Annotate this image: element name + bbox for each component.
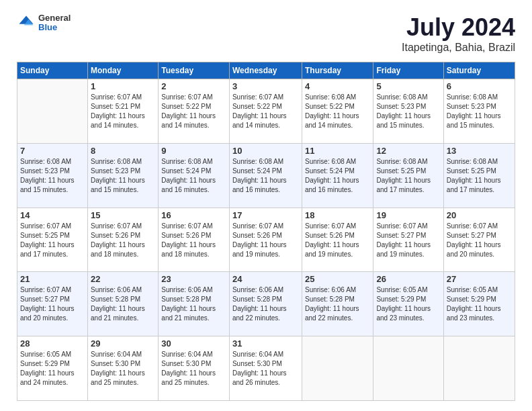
day-info: Sunrise: 6:08 AMSunset: 5:23 PMDaylight:… bbox=[376, 93, 440, 130]
calendar-cell: 2Sunrise: 6:07 AMSunset: 5:22 PMDaylight… bbox=[159, 79, 230, 144]
weekday-header: Friday bbox=[373, 62, 443, 79]
calendar-week: 7Sunrise: 6:08 AMSunset: 5:23 PMDaylight… bbox=[17, 143, 515, 208]
daylight-text: Daylight: 11 hours and 16 minutes. bbox=[232, 176, 299, 195]
daylight-text: Daylight: 11 hours and 22 minutes. bbox=[232, 304, 299, 323]
sunset-text: Sunset: 5:22 PM bbox=[232, 102, 299, 111]
daylight-text: Daylight: 11 hours and 14 minutes. bbox=[161, 111, 226, 130]
calendar-cell: 28Sunrise: 6:05 AMSunset: 5:29 PMDayligh… bbox=[17, 336, 88, 401]
day-number: 25 bbox=[305, 274, 370, 284]
day-number: 29 bbox=[91, 338, 155, 349]
day-info: Sunrise: 6:08 AMSunset: 5:22 PMDaylight:… bbox=[305, 93, 370, 130]
daylight-text: Daylight: 11 hours and 14 minutes. bbox=[232, 111, 299, 130]
calendar-cell: 12Sunrise: 6:08 AMSunset: 5:25 PMDayligh… bbox=[373, 143, 443, 208]
day-number: 7 bbox=[20, 146, 85, 156]
sunrise-text: Sunrise: 6:07 AM bbox=[232, 222, 299, 231]
sunset-text: Sunset: 5:21 PM bbox=[91, 102, 155, 111]
sunrise-text: Sunrise: 6:07 AM bbox=[20, 222, 85, 231]
title-block: July 2024 Itapetinga, Bahia, Brazil bbox=[402, 13, 515, 54]
day-number: 30 bbox=[161, 338, 226, 349]
calendar-cell bbox=[302, 336, 373, 401]
calendar-cell bbox=[17, 79, 88, 144]
page-subtitle: Itapetinga, Bahia, Brazil bbox=[402, 42, 515, 54]
day-number: 17 bbox=[232, 210, 299, 220]
sunset-text: Sunset: 5:25 PM bbox=[447, 167, 512, 176]
daylight-text: Daylight: 11 hours and 15 minutes. bbox=[20, 176, 85, 195]
daylight-text: Daylight: 11 hours and 19 minutes. bbox=[376, 240, 440, 259]
day-number: 20 bbox=[447, 210, 512, 220]
page-title: July 2024 bbox=[402, 13, 515, 42]
sunset-text: Sunset: 5:30 PM bbox=[91, 359, 155, 369]
day-info: Sunrise: 6:06 AMSunset: 5:28 PMDaylight:… bbox=[232, 285, 299, 323]
daylight-text: Daylight: 11 hours and 22 minutes. bbox=[305, 304, 370, 323]
calendar-cell: 27Sunrise: 6:05 AMSunset: 5:29 PMDayligh… bbox=[443, 272, 515, 336]
page: General Blue July 2024 Itapetinga, Bahia… bbox=[0, 0, 532, 411]
sunrise-text: Sunrise: 6:05 AM bbox=[447, 285, 512, 295]
sunset-text: Sunset: 5:23 PM bbox=[376, 102, 440, 111]
day-number: 9 bbox=[161, 146, 226, 156]
sunrise-text: Sunrise: 6:04 AM bbox=[91, 350, 155, 359]
header: General Blue July 2024 Itapetinga, Bahia… bbox=[17, 13, 515, 54]
calendar-cell: 21Sunrise: 6:07 AMSunset: 5:27 PMDayligh… bbox=[17, 272, 88, 336]
calendar-cell: 10Sunrise: 6:08 AMSunset: 5:24 PMDayligh… bbox=[229, 143, 302, 208]
sunset-text: Sunset: 5:24 PM bbox=[305, 167, 370, 176]
sunset-text: Sunset: 5:22 PM bbox=[305, 102, 370, 111]
sunset-text: Sunset: 5:28 PM bbox=[91, 295, 155, 304]
day-info: Sunrise: 6:07 AMSunset: 5:22 PMDaylight:… bbox=[232, 93, 299, 130]
calendar-cell: 8Sunrise: 6:08 AMSunset: 5:23 PMDaylight… bbox=[88, 143, 159, 208]
sunrise-text: Sunrise: 6:08 AM bbox=[305, 157, 370, 167]
sunrise-text: Sunrise: 6:08 AM bbox=[91, 157, 155, 167]
sunrise-text: Sunrise: 6:06 AM bbox=[232, 285, 299, 295]
logo-general: General bbox=[38, 13, 71, 23]
day-info: Sunrise: 6:07 AMSunset: 5:26 PMDaylight:… bbox=[305, 222, 370, 259]
sunset-text: Sunset: 5:25 PM bbox=[376, 167, 440, 176]
daylight-text: Daylight: 11 hours and 23 minutes. bbox=[447, 304, 512, 323]
calendar-cell: 23Sunrise: 6:06 AMSunset: 5:28 PMDayligh… bbox=[159, 272, 230, 336]
sunset-text: Sunset: 5:28 PM bbox=[161, 295, 226, 304]
sunset-text: Sunset: 5:28 PM bbox=[305, 295, 370, 304]
sunset-text: Sunset: 5:29 PM bbox=[447, 295, 512, 304]
daylight-text: Daylight: 11 hours and 25 minutes. bbox=[91, 369, 155, 387]
day-number: 23 bbox=[161, 274, 226, 284]
calendar-cell: 14Sunrise: 6:07 AMSunset: 5:25 PMDayligh… bbox=[17, 208, 88, 272]
day-number: 14 bbox=[20, 210, 85, 220]
day-info: Sunrise: 6:08 AMSunset: 5:24 PMDaylight:… bbox=[161, 157, 226, 195]
calendar-cell: 11Sunrise: 6:08 AMSunset: 5:24 PMDayligh… bbox=[302, 143, 373, 208]
daylight-text: Daylight: 11 hours and 23 minutes. bbox=[376, 304, 440, 323]
daylight-text: Daylight: 11 hours and 15 minutes. bbox=[91, 176, 155, 195]
day-info: Sunrise: 6:08 AMSunset: 5:25 PMDaylight:… bbox=[376, 157, 440, 195]
day-number: 11 bbox=[305, 146, 370, 156]
day-number: 6 bbox=[447, 81, 512, 91]
day-info: Sunrise: 6:07 AMSunset: 5:21 PMDaylight:… bbox=[91, 93, 155, 130]
daylight-text: Daylight: 11 hours and 15 minutes. bbox=[447, 111, 512, 130]
daylight-text: Daylight: 11 hours and 17 minutes. bbox=[20, 240, 85, 259]
sunrise-text: Sunrise: 6:08 AM bbox=[376, 157, 440, 167]
sunrise-text: Sunrise: 6:07 AM bbox=[376, 222, 440, 231]
day-info: Sunrise: 6:04 AMSunset: 5:30 PMDaylight:… bbox=[232, 350, 299, 387]
sunrise-text: Sunrise: 6:06 AM bbox=[305, 285, 370, 295]
sunrise-text: Sunrise: 6:07 AM bbox=[91, 222, 155, 231]
sunrise-text: Sunrise: 6:05 AM bbox=[20, 350, 85, 359]
sunset-text: Sunset: 5:23 PM bbox=[447, 102, 512, 111]
calendar-cell: 26Sunrise: 6:05 AMSunset: 5:29 PMDayligh… bbox=[373, 272, 443, 336]
sunrise-text: Sunrise: 6:08 AM bbox=[232, 157, 299, 167]
daylight-text: Daylight: 11 hours and 16 minutes. bbox=[161, 176, 226, 195]
day-number: 4 bbox=[305, 81, 370, 91]
calendar-cell: 4Sunrise: 6:08 AMSunset: 5:22 PMDaylight… bbox=[302, 79, 373, 144]
logo: General Blue bbox=[17, 13, 71, 33]
day-info: Sunrise: 6:06 AMSunset: 5:28 PMDaylight:… bbox=[305, 285, 370, 323]
daylight-text: Daylight: 11 hours and 14 minutes. bbox=[305, 111, 370, 130]
sunrise-text: Sunrise: 6:07 AM bbox=[161, 222, 226, 231]
day-info: Sunrise: 6:07 AMSunset: 5:27 PMDaylight:… bbox=[376, 222, 440, 259]
day-number: 13 bbox=[447, 146, 512, 156]
calendar-cell: 7Sunrise: 6:08 AMSunset: 5:23 PMDaylight… bbox=[17, 143, 88, 208]
calendar-cell: 19Sunrise: 6:07 AMSunset: 5:27 PMDayligh… bbox=[373, 208, 443, 272]
day-info: Sunrise: 6:08 AMSunset: 5:23 PMDaylight:… bbox=[91, 157, 155, 195]
weekday-header: Saturday bbox=[443, 62, 515, 79]
day-info: Sunrise: 6:07 AMSunset: 5:26 PMDaylight:… bbox=[161, 222, 226, 259]
sunset-text: Sunset: 5:26 PM bbox=[305, 231, 370, 240]
weekday-header: Sunday bbox=[17, 62, 88, 79]
daylight-text: Daylight: 11 hours and 17 minutes. bbox=[447, 176, 512, 195]
sunrise-text: Sunrise: 6:05 AM bbox=[376, 285, 440, 295]
weekday-row: SundayMondayTuesdayWednesdayThursdayFrid… bbox=[17, 62, 515, 79]
calendar-cell: 15Sunrise: 6:07 AMSunset: 5:26 PMDayligh… bbox=[88, 208, 159, 272]
